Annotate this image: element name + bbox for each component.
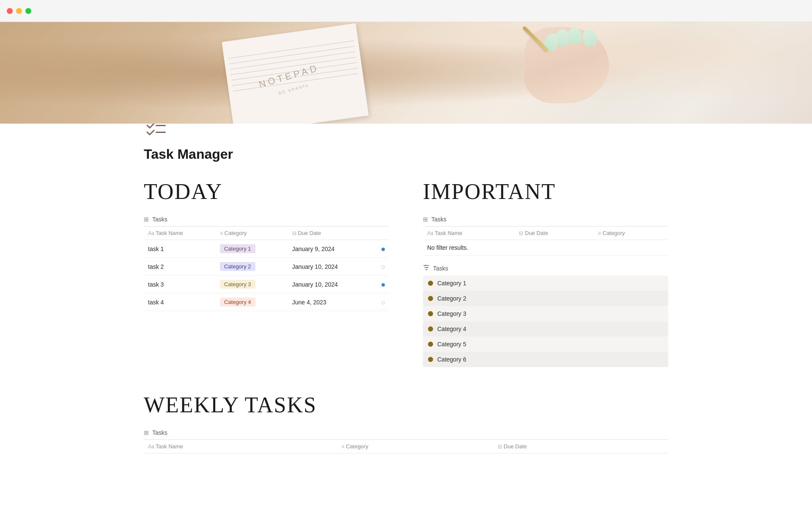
- important-table-header: ⊞ Tasks: [423, 213, 668, 226]
- category-list: Category 1Category 2Category 3Category 4…: [423, 276, 668, 367]
- list-item: Category 2: [423, 291, 668, 306]
- page-title: Task Manager: [144, 146, 668, 162]
- list-item: Category 1: [423, 276, 668, 291]
- indicator-cell: [377, 293, 389, 311]
- today-section: TODAY ⊞ Tasks Aa Task Name ≡ Category: [144, 179, 389, 367]
- table-row: task 1 Category 1 January 9, 2024: [144, 240, 389, 258]
- minimize-button[interactable]: [16, 8, 22, 14]
- task-name-cell: task 4: [144, 293, 216, 311]
- weekly-section: WEEKLY TASKS ⊞ Tasks Aa Task Name ≡ Cate…: [144, 392, 668, 453]
- today-table-label: Tasks: [152, 216, 167, 223]
- svg-point-2: [425, 265, 426, 266]
- weekly-col-extra-header: [660, 440, 668, 453]
- titlebar: [0, 0, 812, 22]
- category-cell: Category 2: [216, 258, 288, 276]
- indicator-cell: [377, 276, 389, 293]
- important-tasks-table: Aa Task Name ⊟ Due Date ≡ Category No fi…: [423, 226, 668, 256]
- today-tasks-table: Aa Task Name ≡ Category ⊟ Due Date task …: [144, 226, 389, 311]
- list-item: Category 5: [423, 337, 668, 352]
- category-name: Category 2: [437, 295, 466, 302]
- today-table-header: ⊞ Tasks: [144, 213, 389, 226]
- category-name: Category 3: [437, 310, 466, 317]
- list-item: Category 6: [423, 352, 668, 367]
- no-results-text: No filter results.: [423, 240, 668, 256]
- no-results-row: No filter results.: [423, 240, 668, 256]
- task-name-cell: task 2: [144, 258, 216, 276]
- duedate-cell: January 10, 2024: [288, 258, 377, 276]
- weekly-col-category-header: ≡ Category: [337, 440, 494, 453]
- duedate-cell: January 10, 2024: [288, 276, 377, 293]
- col-taskname-header: Aa Task Name: [144, 226, 216, 240]
- category-name: Category 5: [437, 341, 466, 348]
- weekly-table-label: Tasks: [152, 429, 167, 436]
- weekly-tasks-table: Aa Task Name ≡ Category ⊟ Due Date: [144, 440, 668, 453]
- category-dot: [428, 311, 433, 316]
- category-dot: [428, 357, 433, 362]
- weekly-table-grid-icon: ⊞: [144, 429, 149, 436]
- category-dot: [428, 281, 433, 286]
- col-extra-header: [377, 226, 389, 240]
- category-list-header: Tasks: [423, 264, 668, 272]
- today-heading: TODAY: [144, 179, 389, 204]
- weekly-col-taskname-header: Aa Task Name: [144, 440, 337, 453]
- duedate-cell: June 4, 2023: [288, 293, 377, 311]
- indicator-cell: [377, 258, 389, 276]
- category-cell: Category 3: [216, 276, 288, 293]
- col-category-header: ≡ Category: [216, 226, 288, 240]
- table-grid-icon: ⊞: [144, 216, 149, 223]
- important-table-grid-icon: ⊞: [423, 216, 428, 223]
- hero-image: NOTEPAD 80 sheets: [0, 22, 812, 124]
- table-row: task 4 Category 4 June 4, 2023: [144, 293, 389, 311]
- category-dot: [428, 296, 433, 301]
- duedate-cell: January 9, 2024: [288, 240, 377, 258]
- weekly-col-duedate-header: ⊟ Due Date: [494, 440, 660, 453]
- col-duedate-header: ⊟ Due Date: [288, 226, 377, 240]
- important-heading: IMPORTANT: [423, 179, 668, 204]
- svg-point-3: [427, 267, 428, 268]
- imp-col-duedate-header: ⊟ Due Date: [515, 226, 594, 240]
- svg-rect-0: [156, 125, 166, 126]
- table-row: task 2 Category 2 January 10, 2024: [144, 258, 389, 276]
- table-row: task 3 Category 3 January 10, 2024: [144, 276, 389, 293]
- category-list-label: Tasks: [433, 265, 448, 272]
- task-name-cell: task 3: [144, 276, 216, 293]
- maximize-button[interactable]: [25, 8, 31, 14]
- weekly-table-header: ⊞ Tasks: [144, 426, 668, 440]
- list-item: Category 4: [423, 321, 668, 337]
- category-dot: [428, 342, 433, 347]
- category-cell: Category 4: [216, 293, 288, 311]
- category-name: Category 1: [437, 280, 466, 287]
- category-name: Category 4: [437, 326, 466, 332]
- filter-icon: [423, 264, 430, 272]
- category-name: Category 6: [437, 356, 466, 363]
- category-dot: [428, 326, 433, 331]
- list-item: Category 3: [423, 306, 668, 321]
- task-name-cell: task 1: [144, 240, 216, 258]
- svg-rect-1: [156, 132, 166, 133]
- important-section: IMPORTANT ⊞ Tasks Aa Task Name ⊟ Due Dat…: [423, 179, 668, 367]
- imp-col-taskname-header: Aa Task Name: [423, 226, 515, 240]
- category-cell: Category 1: [216, 240, 288, 258]
- indicator-cell: [377, 240, 389, 258]
- weekly-heading: WEEKLY TASKS: [144, 392, 668, 417]
- close-button[interactable]: [7, 8, 13, 14]
- important-table-label: Tasks: [431, 216, 447, 223]
- imp-col-category-header: ≡ Category: [594, 226, 668, 240]
